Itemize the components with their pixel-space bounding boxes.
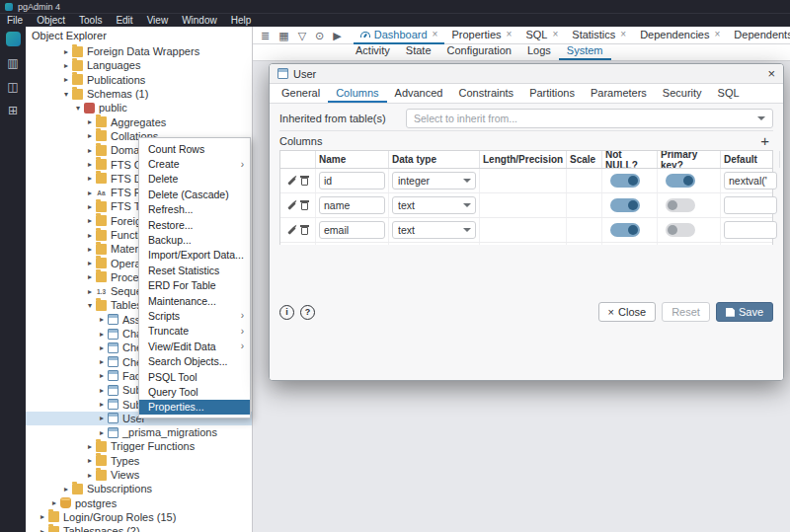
expand-arrow-icon[interactable]: ▸ xyxy=(61,75,71,84)
expand-arrow-icon[interactable]: ▸ xyxy=(85,456,95,465)
expand-arrow-icon[interactable]: ▸ xyxy=(97,414,107,422)
expand-arrow-icon[interactable]: ▸ xyxy=(85,287,95,296)
expand-arrow-icon[interactable]: ▸ xyxy=(97,386,107,395)
tab-sql[interactable]: SQL × xyxy=(518,27,565,44)
expand-arrow-icon[interactable]: ▸ xyxy=(85,245,95,254)
not-null-toggle[interactable] xyxy=(610,223,640,237)
delete-row-icon[interactable] xyxy=(301,202,308,210)
tab-dependencies[interactable]: Dependencies × xyxy=(633,27,727,44)
expand-arrow-icon[interactable]: ▾ xyxy=(85,301,95,310)
help-button[interactable]: ? xyxy=(300,305,315,320)
expand-arrow-icon[interactable]: ▸ xyxy=(85,189,95,197)
default-input[interactable] xyxy=(724,196,777,214)
schema-diff-icon[interactable]: ◫ xyxy=(7,80,18,94)
dialog-tab-security[interactable]: Security xyxy=(655,84,710,103)
default-input[interactable]: nextval(' xyxy=(724,172,777,190)
tab-dependents[interactable]: Dependents × xyxy=(727,27,790,44)
tree-item[interactable]: ▸ postgres xyxy=(26,496,252,510)
search-icon[interactable]: ⊙ xyxy=(315,28,324,43)
column-name-input[interactable]: email xyxy=(319,221,385,239)
dialog-tab-advanced[interactable]: Advanced xyxy=(387,84,451,103)
expand-arrow-icon[interactable]: ▸ xyxy=(85,272,95,281)
expand-arrow-icon[interactable]: ▸ xyxy=(97,330,107,339)
dialog-tab-general[interactable]: General xyxy=(274,84,328,103)
tree-item[interactable]: ▸ Views xyxy=(26,468,252,482)
menubar-item[interactable]: Edit xyxy=(109,14,139,27)
context-menu-item[interactable]: Maintenance... xyxy=(139,293,250,308)
expand-arrow-icon[interactable]: ▸ xyxy=(61,61,71,70)
tree-item[interactable]: ▾ Schemas (1) xyxy=(26,87,252,101)
tab-close-icon[interactable]: × xyxy=(433,29,438,39)
subtab-logs[interactable]: Logs xyxy=(519,43,559,60)
dialog-tab-sql[interactable]: SQL xyxy=(710,84,748,103)
servers-icon[interactable]: ▥ xyxy=(7,56,18,70)
context-menu-item[interactable]: ERD For Table xyxy=(139,278,250,293)
default-input[interactable] xyxy=(724,221,777,239)
expand-arrow-icon[interactable]: ▸ xyxy=(97,315,107,324)
tab-dashboard[interactable]: Dashboard × xyxy=(354,27,445,44)
expand-arrow-icon[interactable]: ▸ xyxy=(85,471,95,480)
expand-arrow-icon[interactable]: ▸ xyxy=(85,259,95,267)
expand-arrow-icon[interactable]: ▸ xyxy=(97,343,107,352)
context-menu-item[interactable]: Delete xyxy=(139,172,250,187)
edit-row-icon[interactable] xyxy=(287,177,295,185)
not-null-toggle[interactable] xyxy=(610,198,640,212)
data-type-select[interactable]: text xyxy=(392,196,476,214)
expand-arrow-icon[interactable]: ▸ xyxy=(61,485,71,494)
expand-arrow-icon[interactable]: ▸ xyxy=(97,428,107,437)
context-menu-item[interactable]: PSQL Tool xyxy=(139,369,250,384)
close-button[interactable]: × Close xyxy=(598,302,657,322)
dialog-tab-parameters[interactable]: Parameters xyxy=(583,84,655,103)
expand-arrow-icon[interactable]: ▸ xyxy=(97,357,107,366)
context-menu-item[interactable]: View/Edit Data › xyxy=(139,339,250,353)
expand-arrow-icon[interactable]: ▸ xyxy=(85,131,95,140)
column-name-input[interactable]: id xyxy=(319,172,385,190)
context-menu-item[interactable]: Count Rows xyxy=(139,141,250,156)
dialog-tab-partitions[interactable]: Partitions xyxy=(521,84,583,103)
tab-statistics[interactable]: Statistics × xyxy=(565,27,633,44)
save-button[interactable]: Save xyxy=(716,302,773,322)
subtab-state[interactable]: State xyxy=(398,43,439,60)
context-menu-item[interactable]: Reset Statistics xyxy=(139,263,250,277)
tree-item[interactable]: ▸ Trigger Functions xyxy=(26,439,252,453)
expand-arrow-icon[interactable]: ▸ xyxy=(85,231,95,240)
context-menu-item[interactable]: Scripts › xyxy=(139,308,250,323)
context-menu-item[interactable]: Delete (Cascade) xyxy=(139,187,250,201)
scale-cell[interactable] xyxy=(567,169,602,192)
dialog-tab-columns[interactable]: Columns xyxy=(328,84,386,103)
tree-item[interactable]: ▸ Types xyxy=(26,454,252,468)
length-cell[interactable] xyxy=(480,218,567,242)
add-column-button[interactable]: + xyxy=(756,133,773,149)
tree-item[interactable]: ▸ Publications xyxy=(26,73,252,87)
expand-arrow-icon[interactable]: ▸ xyxy=(38,512,47,521)
context-menu-item[interactable]: Create › xyxy=(139,156,250,171)
menubar-item[interactable]: File xyxy=(0,14,30,27)
subtab-system[interactable]: System xyxy=(559,43,611,60)
data-type-select[interactable]: text xyxy=(392,221,476,239)
expand-arrow-icon[interactable]: ▸ xyxy=(49,498,59,507)
expand-arrow-icon[interactable]: ▸ xyxy=(85,442,95,451)
expand-arrow-icon[interactable]: ▸ xyxy=(85,216,95,225)
tree-item[interactable]: ▸ Login/Group Roles (15) xyxy=(26,510,252,524)
context-menu-item[interactable]: Refresh... xyxy=(139,202,250,217)
tab-close-icon[interactable]: × xyxy=(552,29,558,39)
menubar-item[interactable]: Object xyxy=(30,14,72,27)
subtab-activity[interactable]: Activity xyxy=(348,43,398,60)
context-menu-item[interactable]: Truncate › xyxy=(139,324,250,339)
context-menu-item[interactable]: Query Tool xyxy=(139,384,250,399)
play-icon[interactable]: ▶ xyxy=(333,28,341,43)
expand-arrow-icon[interactable]: ▾ xyxy=(73,104,83,113)
dialog-tab-constraints[interactable]: Constraints xyxy=(450,84,521,103)
context-menu-item[interactable]: Properties... xyxy=(139,400,250,415)
primary-key-toggle[interactable] xyxy=(666,223,695,237)
expand-arrow-icon[interactable]: ▸ xyxy=(38,527,47,532)
erd-icon[interactable]: ⊞ xyxy=(8,104,18,117)
tab-properties[interactable]: Properties × xyxy=(444,27,518,44)
scale-cell[interactable] xyxy=(567,193,602,217)
menubar-item[interactable]: Tools xyxy=(72,14,109,27)
primary-key-toggle[interactable] xyxy=(666,174,695,188)
tab-close-icon[interactable]: × xyxy=(715,29,721,39)
tree-item[interactable]: ▾ public xyxy=(26,101,252,114)
tree-item[interactable]: ▸ Subscriptions xyxy=(26,482,252,495)
tree-item[interactable]: ▸ Aggregates xyxy=(26,114,252,128)
